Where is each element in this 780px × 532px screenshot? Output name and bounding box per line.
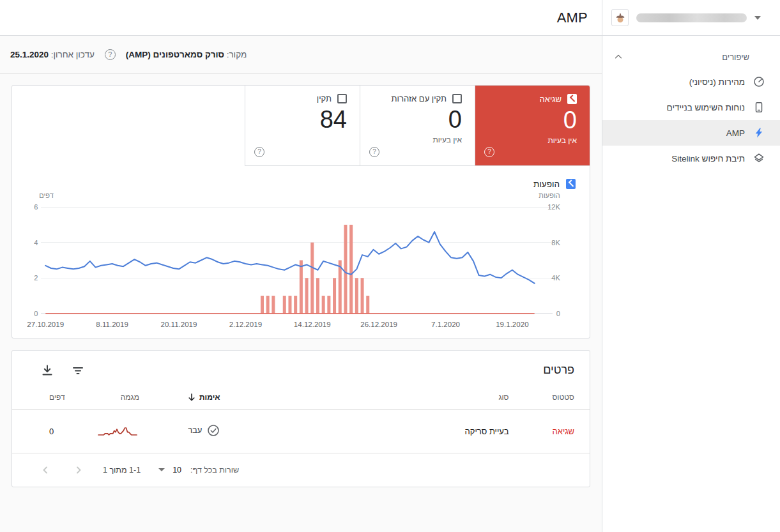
- sidebar-item-sitelink-searchbox[interactable]: תיבת חיפוש Sitelink: [602, 146, 780, 171]
- download-icon[interactable]: [40, 363, 54, 377]
- svg-text:הופעות: הופעות: [539, 192, 560, 199]
- pagination-prev-button[interactable]: [70, 461, 88, 479]
- check-circle-icon: [207, 424, 220, 437]
- row-issue-type: בעיית סריקה: [220, 409, 509, 453]
- last-update-value: 25.1.2020: [10, 50, 49, 59]
- svg-text:8K: 8K: [551, 239, 560, 247]
- error-note: אין בעיות: [488, 136, 577, 145]
- svg-text:0: 0: [34, 310, 38, 317]
- speedometer-icon: [753, 76, 765, 87]
- column-header-status: סטטוס: [509, 386, 590, 410]
- valid-count: 84: [258, 106, 347, 134]
- svg-text:דפים: דפים: [39, 192, 54, 199]
- account-switcher[interactable]: [602, 0, 780, 36]
- valid-status-card[interactable]: תקין 84: [245, 86, 360, 166]
- rows-per-page-select[interactable]: 10: [158, 466, 181, 475]
- svg-text:26.12.2019: 26.12.2019: [360, 321, 397, 328]
- help-icon[interactable]: [369, 147, 379, 157]
- column-header-trend: מגמה: [70, 386, 139, 410]
- pagination-bar: שורות בכל דף: 10 1-1 מתוך 1: [12, 453, 590, 487]
- sparkline: [96, 425, 139, 437]
- chevron-down-icon: [754, 16, 761, 20]
- valid-checkbox[interactable]: [337, 94, 347, 103]
- row-validation-label: עבר: [188, 425, 202, 435]
- last-update-label: עדכון אחרון:: [51, 50, 95, 59]
- svg-text:2: 2: [34, 274, 38, 282]
- impressions-label: הופעות: [533, 179, 560, 189]
- improvements-section-label: שיפורים: [722, 52, 749, 62]
- sidebar-item-label: תיבת חיפוש Sitelink: [671, 154, 745, 163]
- phone-icon: [753, 102, 765, 113]
- source-label: מקור:: [227, 50, 247, 59]
- rows-per-page-value: 10: [172, 466, 181, 475]
- pagination-next-button[interactable]: [36, 461, 54, 479]
- details-header: פרטים: [12, 351, 590, 386]
- column-header-validation-label: אימות: [199, 393, 220, 402]
- status-chart-card: שגיאה 0 אין בעיות תקין עם אזהרות 0 אין ב…: [11, 85, 590, 338]
- chevron-up-icon: [614, 52, 623, 61]
- svg-text:19.1.2020: 19.1.2020: [496, 321, 528, 328]
- amp-status-chart: 0024K48K612Kדפיםהופעות27.10.20198.11.201…: [12, 190, 590, 338]
- details-title: פרטים: [543, 363, 574, 377]
- avatar: [611, 9, 629, 26]
- svg-text:4: 4: [34, 239, 38, 247]
- table-row[interactable]: שגיאה בעיית סריקה עבר: [12, 409, 590, 453]
- report-content: שגיאה 0 אין בעיות תקין עם אזהרות 0 אין ב…: [0, 74, 602, 498]
- sidebar-item-speed[interactable]: מהירות (ניסיוני): [602, 69, 780, 95]
- app-root: שיפורים מהירות (ניסיוני) נוחות: [0, 0, 780, 532]
- account-name-blurred: [636, 13, 747, 22]
- impressions-toggle: הופעות: [26, 179, 576, 189]
- warning-checkbox[interactable]: [452, 94, 462, 103]
- status-summary-row: שגיאה 0 אין בעיות תקין עם אזהרות 0 אין ב…: [12, 86, 590, 166]
- warning-count: 0: [373, 106, 462, 134]
- pagination-range: 1-1 מתוך 1: [103, 466, 141, 475]
- svg-text:0: 0: [556, 310, 560, 317]
- column-header-validation[interactable]: אימות: [139, 386, 220, 410]
- help-icon[interactable]: [484, 147, 494, 157]
- filter-icon[interactable]: [71, 363, 85, 377]
- svg-text:20.11.2019: 20.11.2019: [161, 321, 197, 328]
- error-status-card[interactable]: שגיאה 0 אין בעיות: [475, 86, 590, 166]
- report-subheader: מקור: סורק סמארטפונים (AMP) עדכון אחרון:…: [0, 36, 602, 74]
- table-header-row: סטטוס סוג אימות: [12, 386, 590, 410]
- rows-per-page-label: שורות בכל דף:: [190, 466, 239, 475]
- svg-text:14.12.2019: 14.12.2019: [294, 321, 331, 328]
- warning-status-card[interactable]: תקין עם אזהרות 0 אין בעיות: [360, 86, 475, 166]
- row-status[interactable]: שגיאה: [509, 409, 590, 453]
- sidebar-item-mobile-usability[interactable]: נוחות השימוש בניידים: [602, 95, 780, 120]
- topbar: AMP: [0, 0, 602, 36]
- details-card: פרטים: [11, 350, 590, 487]
- help-icon[interactable]: [105, 49, 116, 60]
- help-icon[interactable]: [254, 147, 264, 157]
- details-toolbar: [27, 363, 85, 377]
- row-pages-count: 0: [12, 409, 70, 453]
- chevron-down-icon: [158, 468, 165, 471]
- svg-text:2.12.2019: 2.12.2019: [229, 321, 262, 328]
- avatar-cowboy-icon: [615, 12, 626, 24]
- sidebar: שיפורים מהירות (ניסיוני) נוחות: [602, 0, 780, 532]
- warning-note: אין בעיות: [373, 135, 462, 144]
- bolt-icon: [753, 127, 765, 139]
- summary-filler: [12, 86, 245, 166]
- sort-descending-icon: [187, 393, 196, 402]
- svg-text:4K: 4K: [551, 274, 560, 282]
- improvements-nav: שיפורים מהירות (ניסיוני) נוחות: [602, 45, 780, 171]
- sidebar-item-label: נוחות השימוש בניידים: [667, 103, 745, 112]
- chart-canvas: 0024K48K612Kדפיםהופעות27.10.20198.11.201…: [12, 192, 590, 333]
- error-checkbox[interactable]: [567, 94, 577, 104]
- page-title: AMP: [557, 10, 588, 26]
- sidebar-item-amp[interactable]: AMP: [602, 120, 780, 146]
- error-count: 0: [488, 107, 577, 135]
- error-card-label: שגיאה: [539, 95, 562, 104]
- main-area: AMP מקור: סורק סמארטפונים (AMP) עדכון אח…: [0, 0, 602, 532]
- source-value: סורק סמארטפונים (AMP): [126, 50, 224, 59]
- column-header-type: סוג: [220, 386, 509, 410]
- svg-text:12K: 12K: [547, 203, 560, 211]
- row-validation: עבר: [139, 409, 220, 453]
- column-header-pages: דפים: [12, 386, 70, 410]
- warning-card-label: תקין עם אזהרות: [392, 94, 447, 103]
- row-trend-sparkline: [70, 409, 139, 453]
- impressions-checkbox[interactable]: [566, 179, 576, 189]
- improvements-section-toggle[interactable]: שיפורים: [602, 45, 780, 69]
- details-table: סטטוס סוג אימות: [12, 386, 590, 453]
